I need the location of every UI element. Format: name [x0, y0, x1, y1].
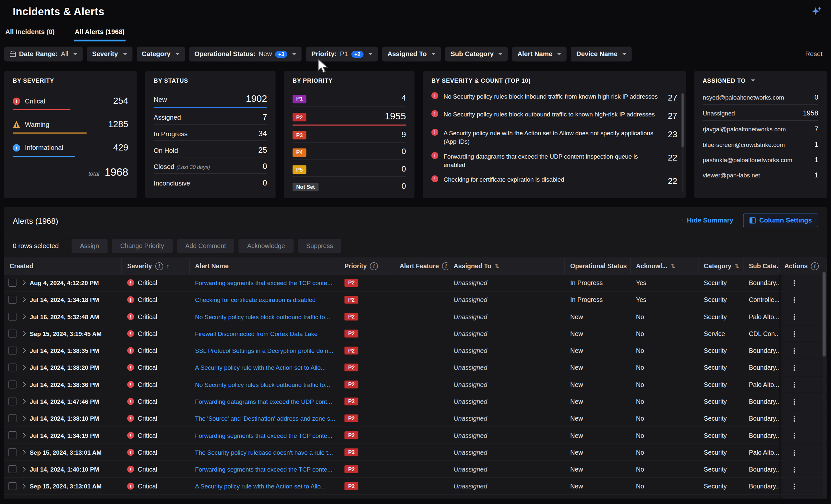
row-actions-menu-icon[interactable]: ⋮: [791, 466, 798, 473]
alert-name-link[interactable]: A Security policy rule with the Action s…: [195, 483, 326, 490]
row-checkbox[interactable]: [8, 329, 17, 337]
column-header[interactable]: Actions i: [779, 258, 827, 274]
tab[interactable]: All Alerts (1968): [74, 23, 125, 41]
expand-row-chevron[interactable]: [21, 416, 26, 421]
row-actions-menu-icon[interactable]: ⋮: [791, 381, 798, 388]
expand-row-chevron[interactable]: [21, 449, 26, 455]
tab[interactable]: All Incidents (0): [4, 23, 56, 41]
alert-name-link[interactable]: No Security policy rules block outbound …: [195, 381, 330, 388]
filter-chip[interactable]: Alert Name: [512, 47, 567, 62]
column-settings-button[interactable]: Column Settings: [743, 213, 818, 227]
bulk-action-button[interactable]: Assign: [71, 239, 107, 253]
row-checkbox[interactable]: [8, 466, 17, 474]
ai-sparkle-icon[interactable]: [811, 6, 823, 18]
filter-chip[interactable]: Assigned To: [382, 47, 441, 62]
expand-row-chevron[interactable]: [21, 433, 26, 438]
column-header[interactable]: Category ⇅: [698, 258, 743, 274]
alert-name-link[interactable]: The Security policy rulebase doesn't hav…: [195, 449, 333, 456]
row-actions-menu-icon[interactable]: ⋮: [791, 432, 798, 439]
row-actions-menu-icon[interactable]: ⋮: [791, 330, 798, 337]
alert-name-link[interactable]: Forwarding datagrams that exceed the UDP…: [195, 398, 332, 405]
alert-name-link[interactable]: Forwarding segments that exceed the TCP …: [195, 432, 332, 439]
alert-name-link[interactable]: SSL Protocol Settings in a Decryption pr…: [195, 347, 333, 354]
expand-row-chevron[interactable]: [21, 467, 26, 472]
filter-chip[interactable]: Priority: P1 +2: [306, 47, 378, 62]
scrollbar-thumb[interactable]: [682, 93, 684, 148]
reset-filters-button[interactable]: Reset: [805, 50, 822, 58]
filter-chip[interactable]: Category: [137, 47, 185, 62]
row-actions-menu-icon[interactable]: ⋮: [791, 415, 798, 422]
status-row[interactable]: Inconclusive 0: [154, 174, 267, 190]
alert-name-link[interactable]: Forwarding segments that exceed the TCP …: [195, 466, 332, 473]
column-header[interactable]: Created: [4, 258, 122, 274]
row-checkbox[interactable]: [8, 363, 17, 372]
alert-name-link[interactable]: The 'Source' and 'Destination' address a…: [195, 415, 335, 422]
assignee-row[interactable]: nsyed@paloaltonetworks.com 0: [703, 89, 818, 105]
assignee-row[interactable]: pashukla@paloaltonetworks.com 1: [703, 151, 818, 167]
card-title[interactable]: ASSIGNED TO: [703, 78, 818, 84]
severity-row[interactable]: Critical 254: [13, 89, 128, 112]
filter-chip[interactable]: Sub Category: [445, 47, 508, 62]
row-checkbox[interactable]: [8, 380, 17, 389]
row-checkbox[interactable]: [8, 347, 17, 355]
top-alert-row[interactable]: Checking for certificate expiration is d…: [431, 172, 677, 190]
alert-name-link[interactable]: No Security policy rules block outbound …: [195, 313, 330, 320]
priority-row[interactable]: P4 0: [292, 143, 406, 160]
status-row[interactable]: Assigned 7: [154, 108, 267, 124]
row-actions-menu-icon[interactable]: ⋮: [791, 397, 798, 405]
priority-row[interactable]: Not Set 0: [292, 177, 406, 194]
alert-name-link[interactable]: Forwarding segments that exceed the TCP …: [195, 279, 332, 286]
column-header[interactable]: Operational Status: [565, 258, 631, 274]
expand-row-chevron[interactable]: [21, 382, 26, 387]
filter-chip[interactable]: Device Name: [571, 47, 632, 62]
status-row[interactable]: New 1902: [154, 89, 267, 108]
bulk-action-button[interactable]: Acknowledge: [239, 239, 293, 253]
severity-row[interactable]: Informational 429: [13, 136, 128, 159]
filter-chip[interactable]: Severity: [87, 47, 132, 62]
bulk-action-button[interactable]: Add Comment: [177, 239, 234, 253]
column-header[interactable]: Assigned To ⇅: [448, 258, 565, 274]
alert-name-link[interactable]: Firewall Disconnected from Cortex Data L…: [195, 330, 318, 337]
expand-row-chevron[interactable]: [21, 297, 26, 302]
column-header[interactable]: Alert Name: [190, 258, 339, 274]
row-checkbox[interactable]: [8, 397, 17, 406]
column-header[interactable]: Alert Feature i: [394, 258, 449, 274]
filter-chip[interactable]: Operational Status: New +3: [189, 47, 302, 62]
filter-chip[interactable]: Date Range: All: [4, 47, 83, 62]
row-actions-menu-icon[interactable]: ⋮: [791, 364, 798, 372]
row-actions-menu-icon[interactable]: ⋮: [791, 296, 798, 303]
row-actions-menu-icon[interactable]: ⋮: [791, 313, 798, 320]
column-header[interactable]: Priority i: [339, 258, 394, 274]
row-actions-menu-icon[interactable]: ⋮: [791, 483, 798, 490]
assignee-row[interactable]: rjavgal@paloaltonetworks.com 7: [703, 121, 818, 136]
top-alert-row[interactable]: No Security policy rules block inbound t…: [431, 89, 677, 107]
expand-row-chevron[interactable]: [21, 483, 26, 489]
column-header[interactable]: Acknowl... ⇅: [631, 258, 698, 274]
top-alert-row[interactable]: A Security policy rule with the Action s…: [431, 125, 677, 149]
row-checkbox[interactable]: [8, 482, 17, 491]
column-header[interactable]: Sub Cate...: [743, 258, 779, 274]
top-alert-row[interactable]: Forwarding datagrams that exceed the UDP…: [431, 149, 677, 172]
alert-name-link[interactable]: Checking for certificate expiration is d…: [195, 296, 316, 303]
row-checkbox[interactable]: [8, 414, 17, 423]
row-checkbox[interactable]: [8, 296, 17, 304]
status-row[interactable]: Closed(Last 30 days) 0: [154, 157, 267, 174]
row-checkbox[interactable]: [8, 432, 17, 440]
row-checkbox[interactable]: [8, 448, 17, 456]
assignee-row[interactable]: Unassigned 1958: [703, 105, 818, 121]
status-row[interactable]: In Progress 34: [154, 124, 267, 141]
alert-name-link[interactable]: A Security policy rule with the Action s…: [195, 364, 326, 371]
assignee-row[interactable]: viewer@pan-labs.net 1: [703, 167, 818, 182]
expand-row-chevron[interactable]: [21, 314, 26, 319]
expand-row-chevron[interactable]: [21, 280, 26, 286]
expand-row-chevron[interactable]: [21, 348, 26, 353]
row-actions-menu-icon[interactable]: ⋮: [791, 448, 798, 456]
column-header[interactable]: Severity i ↑: [122, 258, 190, 274]
hide-summary-button[interactable]: ↑ Hide Summary: [680, 216, 733, 225]
row-checkbox[interactable]: [8, 278, 17, 287]
expand-row-chevron[interactable]: [21, 399, 26, 404]
row-checkbox[interactable]: [8, 313, 17, 321]
priority-row[interactable]: P3 9: [292, 125, 406, 142]
row-actions-menu-icon[interactable]: ⋮: [791, 347, 798, 354]
bulk-action-button[interactable]: Suppress: [298, 239, 342, 253]
